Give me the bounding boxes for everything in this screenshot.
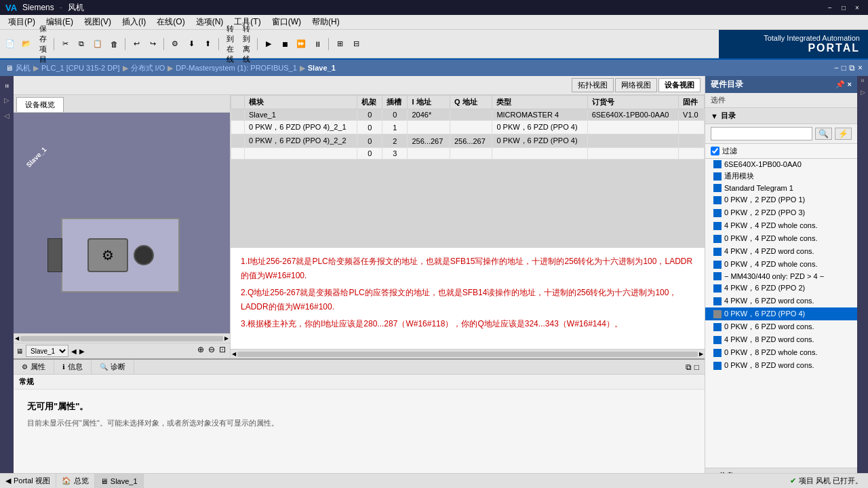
layout1-button[interactable]: ⊞: [332, 37, 347, 52]
catalog-item[interactable]: 4 PKW，4 PZD whole cons.: [705, 219, 857, 232]
device-box[interactable]: ⚙: [61, 218, 180, 293]
catalog-item[interactable]: 4 PKW，6 PZD (PPO 2): [705, 282, 857, 295]
start-button[interactable]: ▶: [261, 37, 276, 52]
filter-checkbox[interactable]: [711, 147, 719, 155]
table-row[interactable]: Slave_1 0 0 2046* MICROMASTER 4 6SE640X-…: [231, 109, 705, 121]
catalog-item[interactable]: 0 PKW，2 PZD (PPO 3): [705, 206, 857, 219]
redo-button[interactable]: ↪: [145, 37, 160, 52]
check-icon: ✔: [790, 476, 796, 485]
open-button[interactable]: 📂: [19, 37, 34, 52]
search-icon[interactable]: 🔍: [815, 128, 832, 140]
catalog-item[interactable]: Standard Telegram 1: [705, 183, 857, 193]
right-sidebar: ≡ ▷ ◁: [857, 76, 868, 484]
catalog-item[interactable]: 6SE640X-1PB00-0AA0: [705, 159, 857, 170]
catalog-toggle[interactable]: ▼ 目录: [705, 108, 857, 124]
device-view-button[interactable]: 设备视图: [658, 78, 701, 92]
device-hscrollbar[interactable]: ◀ ▶: [14, 333, 230, 343]
cell-orderno: [587, 121, 678, 134]
catalog-item-label: 0 PKW，4 PZD whole cons.: [724, 259, 818, 269]
catalog-item[interactable]: 0 PKW，8 PZD whole cons.: [705, 346, 857, 359]
subwin-restore[interactable]: □: [842, 63, 846, 73]
menu-window[interactable]: 窗口(W): [267, 15, 307, 29]
step-button[interactable]: ⏩: [294, 37, 309, 52]
paste-button[interactable]: 📋: [90, 37, 105, 52]
copy-button[interactable]: ⧉: [74, 37, 89, 52]
menu-project[interactable]: 项目(P): [3, 15, 41, 29]
catalog-close-icon[interactable]: ×: [848, 80, 852, 89]
catalog-item[interactable]: 0 PKW，6 PZD (PPO 4): [705, 307, 857, 320]
props-panel-icon2[interactable]: □: [694, 362, 699, 372]
delete-button[interactable]: 🗑: [106, 37, 121, 52]
table-row[interactable]: 0 PKW，6 PZD (PPO 4)_2_2 0 2 256...267 25…: [231, 134, 705, 148]
device-overview-tab[interactable]: 设备概览: [16, 97, 64, 112]
cell-module: [245, 148, 357, 159]
catalog-search-input[interactable]: [711, 127, 812, 140]
bc-windmill[interactable]: 风机: [16, 63, 31, 73]
menu-view[interactable]: 视图(V): [79, 15, 117, 29]
bc-dp[interactable]: DP-Mastersystem (1): PROFIBUS_1: [176, 64, 296, 72]
overview-button[interactable]: 🏠 总览: [56, 474, 95, 488]
catalog-item[interactable]: 0 PKW，4 PZD whole cons.: [705, 258, 857, 271]
props-tab-properties[interactable]: ⚙ 属性: [14, 360, 54, 374]
zoom-in-icon[interactable]: ⊕: [196, 345, 205, 357]
rs-icon1[interactable]: ≡: [859, 79, 866, 82]
maximize-button[interactable]: □: [838, 2, 849, 13]
catalog-item[interactable]: 通用模块: [705, 170, 857, 183]
topology-view-button[interactable]: 拓扑视图: [572, 78, 614, 92]
bc-distributed[interactable]: 分布式 I/O: [131, 63, 165, 73]
catalog-item[interactable]: 4 PKW，6 PZD word cons.: [705, 295, 857, 307]
subwin-minimize[interactable]: −: [834, 63, 839, 73]
close-button[interactable]: ×: [852, 2, 863, 13]
rs-icon2[interactable]: ▷: [859, 89, 866, 96]
catalog-pin-icon[interactable]: 📌: [835, 80, 845, 89]
download-button[interactable]: ⬇: [184, 37, 199, 52]
catalog-item[interactable]: 0 PKW，4 PZD whole cons.: [705, 232, 857, 245]
subwin-tile[interactable]: ⧉: [849, 63, 855, 73]
subwin-close[interactable]: ×: [858, 63, 863, 73]
slave-tab[interactable]: 🖥 Slave_1: [95, 474, 144, 488]
menu-online[interactable]: 在线(O): [151, 15, 190, 29]
go-offline-button[interactable]: 转到离线: [239, 37, 254, 52]
go-online-button[interactable]: 转到在线: [222, 37, 237, 52]
props-tab-info[interactable]: ℹ 信息: [54, 360, 92, 374]
sidebar-icon-2[interactable]: ▷: [2, 94, 12, 107]
portal-view-button[interactable]: ◀ Portal 视图: [0, 474, 56, 488]
device-nav-left[interactable]: ◀: [71, 348, 77, 355]
table-row[interactable]: 0 PKW，6 PZD (PPO 4)_2_1 0 1 0 PKW，6 PZD …: [231, 121, 705, 134]
props-tab-diag[interactable]: 🔍 诊断: [92, 360, 134, 374]
device-nav-right[interactable]: ▶: [79, 348, 85, 355]
table-row[interactable]: 0 3: [231, 148, 705, 159]
device-dropdown[interactable]: Slave_1: [26, 345, 68, 357]
filter-toggle-icon[interactable]: ⚡: [835, 128, 852, 140]
props-panel-icon1[interactable]: ⧉: [686, 362, 692, 372]
minimize-button[interactable]: −: [825, 2, 835, 13]
save-button[interactable]: 保存项目: [35, 37, 50, 52]
stop-button[interactable]: ⏹: [277, 37, 292, 52]
upload-button[interactable]: ⬆: [200, 37, 215, 52]
fit-icon[interactable]: ⊡: [218, 345, 227, 357]
catalog-item[interactable]: 0 PKW，8 PZD word cons.: [705, 359, 857, 372]
undo-button[interactable]: ↩: [129, 37, 144, 52]
catalog-item[interactable]: 0 PKW，2 PZD (PPO 1): [705, 193, 857, 206]
zoom-out-icon[interactable]: ⊖: [207, 345, 216, 357]
cell-iaddr: 256...267: [408, 134, 450, 148]
table-hscrollbar[interactable]: ◀ ▶: [231, 349, 705, 358]
catalog-item[interactable]: 0 PKW，6 PZD word cons.: [705, 320, 857, 333]
catalog-item[interactable]: 4 PKW，4 PZD word cons.: [705, 245, 857, 258]
compile-button[interactable]: ⚙: [167, 37, 182, 52]
network-view-button[interactable]: 网络视图: [615, 78, 657, 92]
new-button[interactable]: 📄: [3, 37, 18, 52]
catalog-item-icon: [713, 336, 722, 344]
cut-button[interactable]: ✂: [58, 37, 73, 52]
portal-icon: ◀: [5, 476, 11, 485]
catalog-item[interactable]: − MM430/440 only: PZD > 4 −: [705, 271, 857, 282]
catalog-header-controls: 📌 ×: [835, 80, 852, 89]
layout2-button[interactable]: ⊟: [349, 37, 363, 52]
break-button[interactable]: ⏸: [310, 37, 325, 52]
menu-insert[interactable]: 插入(I): [117, 15, 151, 29]
bc-plc[interactable]: PLC_1 [CPU 315-2 DP]: [41, 64, 120, 72]
sidebar-icon-3[interactable]: ◁: [2, 109, 12, 122]
sidebar-icon-1[interactable]: ≡: [2, 81, 12, 91]
menu-help[interactable]: 帮助(H): [307, 15, 345, 29]
catalog-item[interactable]: 4 PKW，8 PZD word cons.: [705, 333, 857, 346]
